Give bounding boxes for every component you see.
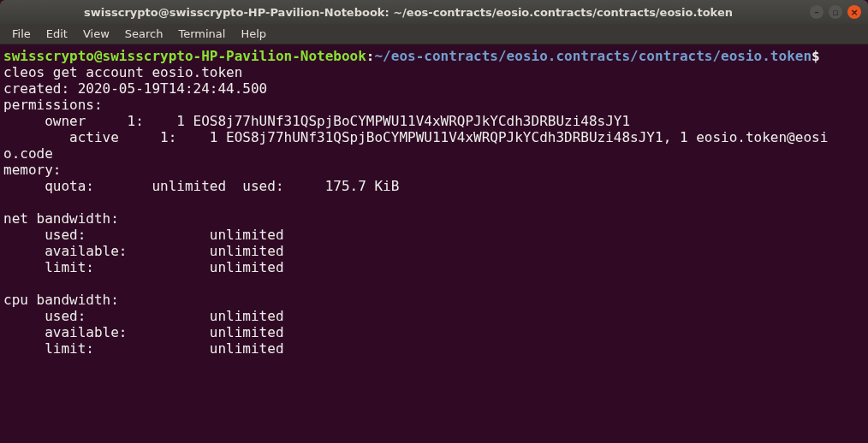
command-line: cleos get account eosio.token	[3, 64, 242, 80]
window-title: swisscrypto@swisscrypto-HP-Pavilion-Note…	[7, 6, 810, 19]
output-cpu-label: cpu bandwidth:	[3, 292, 119, 308]
window-controls: – ▫ ×	[810, 5, 861, 19]
terminal-output[interactable]: swisscrypto@swisscrypto-HP-Pavilion-Note…	[0, 44, 868, 443]
output-memory-label: memory:	[3, 162, 69, 178]
output-permissions-label: permissions:	[3, 97, 110, 113]
output-cpu-avail: available: unlimited	[3, 324, 284, 340]
menu-file[interactable]: File	[5, 26, 38, 42]
prompt-user-host: swisscrypto@swisscrypto-HP-Pavilion-Note…	[3, 48, 366, 64]
output-cpu-limit: limit: unlimited	[3, 340, 284, 357]
window-titlebar: swisscrypto@swisscrypto-HP-Pavilion-Note…	[0, 0, 868, 24]
minimize-button[interactable]: –	[810, 5, 823, 19]
output-owner: owner 1: 1 EOS8j77hUNf31QSpjBoCYMPWU11V4…	[3, 113, 630, 129]
output-net-avail: available: unlimited	[3, 243, 284, 259]
maximize-button[interactable]: ▫	[829, 5, 842, 19]
menu-help[interactable]: Help	[234, 26, 273, 42]
menu-edit[interactable]: Edit	[39, 26, 74, 42]
menu-view[interactable]: View	[76, 26, 116, 42]
prompt-symbol: $	[812, 48, 820, 64]
prompt-path: ~/eos-contracts/eosio.contracts/contract…	[374, 48, 812, 64]
output-active: active 1: 1 EOS8j77hUNf31QSpjBoCYMPWU11V…	[3, 129, 828, 145]
output-net-used: used: unlimited	[3, 227, 284, 243]
output-net-label: net bandwidth:	[3, 210, 128, 227]
menu-search[interactable]: Search	[118, 26, 170, 42]
output-cpu-used: used: unlimited	[3, 308, 284, 324]
close-button[interactable]: ×	[847, 5, 861, 19]
menu-terminal[interactable]: Terminal	[171, 26, 232, 42]
output-created: created: 2020-05-19T14:24:44.500	[3, 80, 267, 97]
output-active-wrap: o.code	[3, 145, 53, 162]
output-memory-quota: quota: unlimited used: 175.7 KiB	[3, 178, 416, 194]
output-net-limit: limit: unlimited	[3, 259, 284, 275]
menu-bar: File Edit View Search Terminal Help	[0, 24, 868, 44]
